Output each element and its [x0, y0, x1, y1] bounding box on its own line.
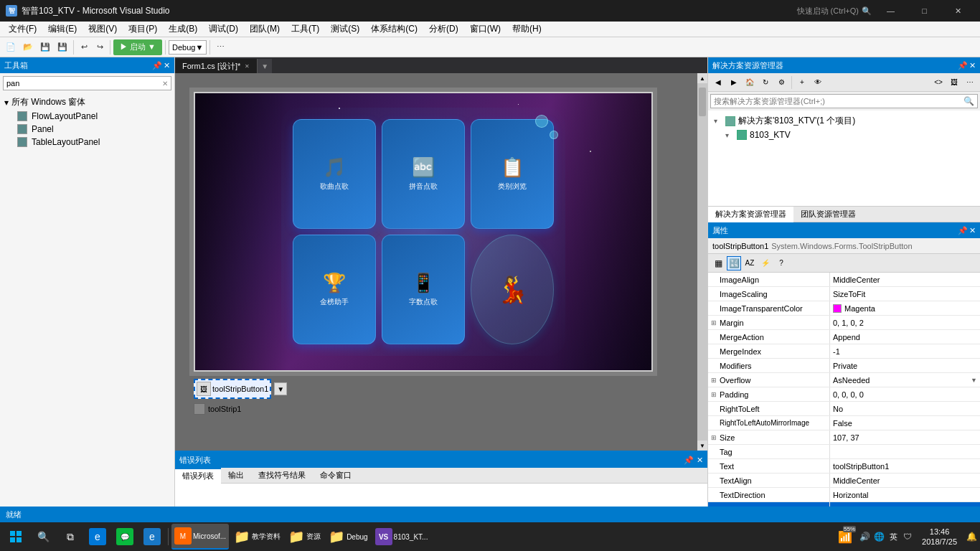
redo-btn[interactable]: ↪	[93, 39, 107, 55]
prop-val-mergeaction[interactable]: Append	[830, 330, 980, 344]
search-clear-btn[interactable]: ✕	[162, 80, 168, 88]
props-tb-help[interactable]: ?	[774, 256, 788, 270]
props-tb-grid[interactable]: ▦	[711, 256, 725, 270]
props-close-btn[interactable]: ✕	[969, 226, 976, 235]
sol-btn-home[interactable]: 🏠	[743, 75, 757, 90]
taskbar-edge-btn[interactable]: e	[85, 524, 110, 550]
ktv-btn-5[interactable]: 📱 字数点歌	[382, 235, 465, 344]
toolstrip-button-selected[interactable]: 🖼 toolStripButton1	[194, 379, 271, 399]
prop-val-imagealign[interactable]: MiddleCenter	[830, 273, 980, 286]
search-icon[interactable]: 🔍	[862, 6, 872, 16]
debug-config-dropdown[interactable]: Debug ▼	[169, 40, 207, 55]
new-project-btn[interactable]: 📄	[3, 39, 19, 55]
taskbar-vs-microsoft[interactable]: M Microsof...	[171, 524, 229, 550]
maximize-button[interactable]: □	[908, 0, 941, 22]
menu-analyze[interactable]: 分析(D)	[423, 22, 464, 37]
ktv-btn-1[interactable]: 🎵 歌曲点歌	[293, 119, 376, 229]
taskbar-start-btn[interactable]	[3, 524, 29, 550]
minimize-button[interactable]: —	[875, 0, 907, 22]
menu-file[interactable]: 文件(F)	[3, 22, 42, 37]
toolbox-item-flowlayoutpanel[interactable]: FlowLayoutPanel	[0, 110, 174, 123]
scroll-thumb[interactable]	[699, 88, 706, 116]
error-tab-errors[interactable]: 错误列表	[175, 468, 221, 484]
menu-test[interactable]: 测试(S)	[325, 22, 365, 37]
tray-volume[interactable]: 🔊	[859, 531, 870, 542]
vertical-scrollbar[interactable]: ▲ ▼	[697, 73, 707, 451]
open-btn[interactable]: 📂	[20, 39, 36, 55]
designer-tab[interactable]: Form1.cs [设计]* ✕	[175, 59, 258, 73]
prop-val-imagetranscolor[interactable]: Magenta	[830, 301, 980, 315]
sol-btn-code[interactable]: <>	[931, 75, 946, 90]
scroll-up-btn[interactable]: ▲	[697, 73, 707, 83]
ktv-btn-6[interactable]: 💃	[471, 235, 554, 344]
sol-pin-btn[interactable]: 📌	[958, 61, 968, 70]
prop-val-tag[interactable]	[830, 445, 980, 458]
tray-network[interactable]: 🌐	[873, 531, 885, 542]
taskbar-ie-btn[interactable]: e	[139, 524, 165, 550]
prop-val-imagescaling[interactable]: SizeToFit	[830, 287, 980, 301]
prop-val-text[interactable]: toolStripButton1	[830, 459, 980, 473]
sol-btn-show-all[interactable]: 👁	[811, 75, 825, 90]
sol-btn-back[interactable]: ◀	[711, 75, 725, 90]
prop-val-rtlmirror[interactable]: False	[830, 416, 980, 430]
overflow-dropdown-arrow[interactable]: ▼	[971, 377, 977, 384]
taskbar-vs-main[interactable]: VS 8103_KT...	[372, 524, 431, 550]
taskbar-clock[interactable]: 13:46 2018/7/25	[916, 527, 963, 547]
start-btn[interactable]: ▶ 启动 ▼	[113, 39, 162, 55]
prop-val-size[interactable]: 107, 37	[830, 430, 980, 444]
save-all-btn[interactable]: 💾	[55, 39, 70, 55]
save-btn[interactable]: 💾	[37, 39, 53, 55]
taskbar-search-btn[interactable]: 🔍	[30, 524, 56, 550]
sol-btn-settings[interactable]: ⚙	[774, 75, 788, 90]
sol-btn-new[interactable]: +	[795, 75, 809, 90]
taskbar-wechat-btn[interactable]: 💬	[112, 524, 138, 550]
error-tab-find[interactable]: 查找符号结果	[251, 468, 313, 484]
menu-help[interactable]: 帮助(H)	[507, 22, 547, 37]
prop-val-mergeindex[interactable]: -1	[830, 344, 980, 358]
props-pin-btn[interactable]: 📌	[958, 226, 968, 235]
tab-overflow-btn[interactable]: ▼	[258, 59, 272, 73]
sol-tab-explorer[interactable]: 解决方案资源管理器	[708, 207, 793, 222]
tray-input-method[interactable]: 英	[887, 531, 899, 542]
error-panel-close[interactable]: ✕	[697, 456, 703, 465]
error-tab-cmd[interactable]: 命令窗口	[313, 468, 359, 484]
tab-close-btn[interactable]: ✕	[245, 63, 250, 70]
toolbox-close-btn[interactable]: ✕	[164, 61, 170, 70]
prop-val-margin[interactable]: 0, 1, 0, 2	[830, 316, 980, 329]
toolbox-pin-btn[interactable]: 📌	[152, 61, 162, 70]
ktv-btn-4[interactable]: 🏆 金榜助手	[293, 235, 376, 344]
toolbox-search-input[interactable]	[6, 79, 162, 88]
taskbar-folder2[interactable]: 📁 资源	[285, 524, 324, 550]
menu-team[interactable]: 团队(M)	[244, 22, 286, 37]
solution-root-item[interactable]: ▾ 解决方案'8103_KTV'(1 个项目)	[711, 113, 977, 128]
menu-tools[interactable]: 工具(T)	[286, 22, 325, 37]
solution-search-input[interactable]	[714, 97, 963, 105]
prop-val-textalign[interactable]: MiddleCenter	[830, 474, 980, 487]
toolbox-group-header[interactable]: ▾ 所有 Windows 窗体	[0, 95, 174, 110]
error-panel-pin[interactable]: 📌	[684, 456, 694, 465]
close-button[interactable]: ✕	[942, 0, 974, 22]
menu-view[interactable]: 视图(V)	[83, 22, 123, 37]
menu-build[interactable]: 生成(B)	[163, 22, 203, 37]
menu-debug[interactable]: 调试(D)	[203, 22, 244, 37]
prop-val-textdir[interactable]: Horizontal	[830, 488, 980, 501]
props-tb-alphabetical[interactable]: AZ	[743, 256, 757, 270]
menu-project[interactable]: 项目(P)	[123, 22, 163, 37]
props-tb-categorized[interactable]: 🔣	[727, 256, 741, 270]
project-item[interactable]: ▾ 8103_KTV	[722, 128, 977, 141]
prop-val-righttoleft[interactable]: No	[830, 402, 980, 415]
sol-btn-designer[interactable]: 🖼	[947, 75, 961, 90]
sol-close-btn[interactable]: ✕	[969, 61, 976, 70]
taskbar-folder1[interactable]: 📁 教学资料	[230, 524, 283, 550]
menu-edit[interactable]: 编辑(E)	[42, 22, 83, 37]
sol-tab-team[interactable]: 团队资源管理器	[793, 207, 863, 222]
sol-btn-fwd[interactable]: ▶	[727, 75, 741, 90]
props-tb-events[interactable]: ⚡	[758, 256, 773, 270]
more-toolbar-btn[interactable]: ⋯	[213, 39, 227, 55]
tray-antivirus[interactable]: 🛡	[902, 531, 913, 542]
error-tab-output[interactable]: 输出	[221, 468, 251, 484]
toolstrip-dropdown-btn[interactable]: ▼	[274, 382, 287, 395]
menu-arch[interactable]: 体系结构(C)	[365, 22, 423, 37]
sol-btn-refresh[interactable]: ↻	[758, 75, 773, 90]
toolbox-item-tablelayoutpanel[interactable]: TableLayoutPanel	[0, 136, 174, 149]
